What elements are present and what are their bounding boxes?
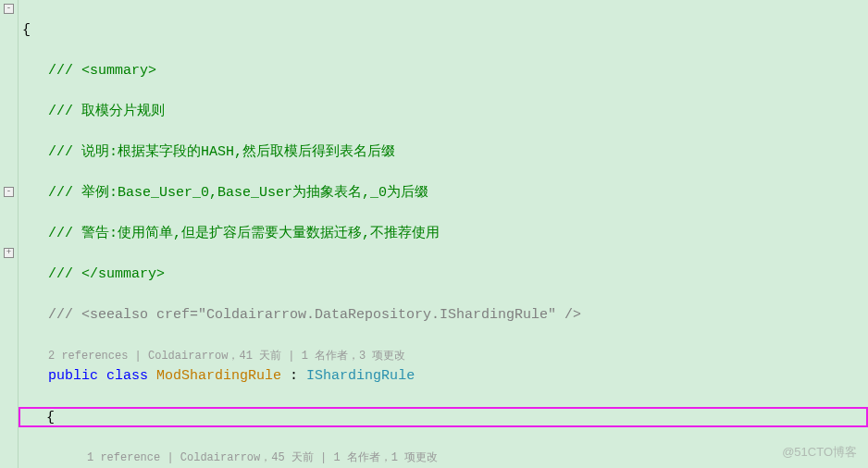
fold-marker[interactable]: - <box>4 4 14 14</box>
xmldoc-seealso: /// <seealso cref="Coldairarrow.DataRepo… <box>48 307 581 323</box>
xmldoc-summary-open: /// <summary> <box>48 63 156 79</box>
xmldoc-line: /// 取模分片规则 <box>48 104 165 119</box>
interface-name: IShardingRule <box>306 368 415 384</box>
brace-open: { <box>22 22 31 38</box>
watermark: @51CTO博客 <box>782 444 857 461</box>
xmldoc-summary-close: /// </summary> <box>48 266 165 282</box>
xmldoc-line: /// 警告:使用简单,但是扩容后需要大量数据迁移,不推荐使用 <box>48 226 440 241</box>
codelens[interactable]: 1 reference | Coldairarrow，45 天前 | 1 名作者… <box>22 451 438 464</box>
xmldoc-line: /// 举例:Base_User_0,Base_User为抽象表名,_0为后缀 <box>48 185 428 201</box>
gutter: - - + <box>0 0 19 468</box>
xmldoc-line: /// 说明:根据某字段的HASH,然后取模后得到表名后缀 <box>48 144 395 160</box>
code-editor: - - + { /// <summary> /// 取模分片规则 /// 说明:… <box>0 0 868 468</box>
code-area[interactable]: { /// <summary> /// 取模分片规则 /// 说明:根据某字段的… <box>19 0 868 468</box>
fold-marker[interactable]: + <box>4 248 14 258</box>
class-name: ModShardingRule <box>156 368 281 384</box>
fold-marker[interactable]: - <box>4 187 14 197</box>
codelens[interactable]: 2 references | Coldairarrow，41 天前 | 1 名作… <box>22 350 405 363</box>
current-line-highlight: { <box>19 407 868 427</box>
